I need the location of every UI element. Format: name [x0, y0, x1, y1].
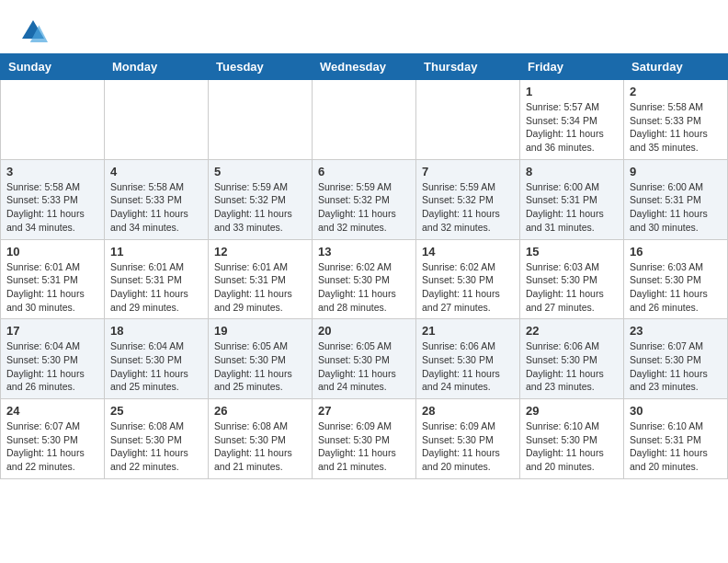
day-number: 27 — [318, 404, 410, 418]
day-info: Sunrise: 6:08 AMSunset: 5:30 PMDaylight:… — [214, 419, 306, 474]
page-header — [0, 0, 728, 53]
day-number: 1 — [526, 85, 618, 98]
day-info: Sunrise: 6:09 AMSunset: 5:30 PMDaylight:… — [318, 419, 410, 474]
day-info: Sunrise: 6:01 AMSunset: 5:31 PMDaylight:… — [110, 260, 202, 315]
calendar-cell — [1, 80, 105, 160]
day-info: Sunrise: 6:00 AMSunset: 5:31 PMDaylight:… — [630, 180, 722, 235]
calendar-cell: 16Sunrise: 6:03 AMSunset: 5:30 PMDayligh… — [624, 239, 728, 319]
day-number: 14 — [422, 245, 514, 259]
calendar-cell: 1Sunrise: 5:57 AMSunset: 5:34 PMDaylight… — [520, 80, 624, 160]
calendar-cell — [416, 80, 520, 160]
day-info: Sunrise: 5:59 AMSunset: 5:32 PMDaylight:… — [214, 180, 306, 235]
day-number: 4 — [110, 165, 202, 178]
calendar-cell: 27Sunrise: 6:09 AMSunset: 5:30 PMDayligh… — [313, 399, 416, 479]
day-info: Sunrise: 6:10 AMSunset: 5:31 PMDaylight:… — [630, 419, 722, 474]
day-number: 15 — [526, 245, 618, 259]
day-number: 20 — [318, 324, 410, 338]
calendar-cell — [105, 80, 209, 160]
day-number: 12 — [214, 245, 306, 259]
day-info: Sunrise: 5:58 AMSunset: 5:33 PMDaylight:… — [110, 180, 202, 235]
calendar-cell: 28Sunrise: 6:09 AMSunset: 5:30 PMDayligh… — [416, 399, 520, 479]
day-info: Sunrise: 6:04 AMSunset: 5:30 PMDaylight:… — [6, 339, 98, 394]
calendar-week-row: 10Sunrise: 6:01 AMSunset: 5:31 PMDayligh… — [1, 239, 728, 319]
calendar-cell: 2Sunrise: 5:58 AMSunset: 5:33 PMDaylight… — [624, 80, 728, 160]
day-info: Sunrise: 5:58 AMSunset: 5:33 PMDaylight:… — [6, 180, 98, 235]
day-number: 11 — [110, 245, 202, 259]
calendar-cell: 11Sunrise: 6:01 AMSunset: 5:31 PMDayligh… — [105, 239, 209, 319]
day-number: 25 — [110, 404, 202, 418]
calendar-table: SundayMondayTuesdayWednesdayThursdayFrid… — [0, 53, 728, 479]
calendar-cell — [209, 80, 313, 160]
calendar-cell: 9Sunrise: 6:00 AMSunset: 5:31 PMDaylight… — [624, 159, 728, 239]
day-number: 22 — [526, 324, 618, 338]
day-info: Sunrise: 6:04 AMSunset: 5:30 PMDaylight:… — [110, 339, 202, 394]
calendar-cell: 21Sunrise: 6:06 AMSunset: 5:30 PMDayligh… — [416, 319, 520, 399]
weekday-header-tuesday: Tuesday — [209, 54, 313, 80]
day-info: Sunrise: 6:06 AMSunset: 5:30 PMDaylight:… — [526, 339, 618, 394]
day-info: Sunrise: 6:03 AMSunset: 5:30 PMDaylight:… — [630, 260, 722, 315]
calendar-cell: 19Sunrise: 6:05 AMSunset: 5:30 PMDayligh… — [209, 319, 313, 399]
calendar-cell: 12Sunrise: 6:01 AMSunset: 5:31 PMDayligh… — [209, 239, 313, 319]
day-number: 2 — [630, 85, 722, 98]
day-info: Sunrise: 5:59 AMSunset: 5:32 PMDaylight:… — [422, 180, 514, 235]
day-number: 13 — [318, 245, 410, 259]
day-number: 30 — [630, 404, 722, 418]
calendar-cell: 25Sunrise: 6:08 AMSunset: 5:30 PMDayligh… — [105, 399, 209, 479]
calendar-cell: 8Sunrise: 6:00 AMSunset: 5:31 PMDaylight… — [520, 159, 624, 239]
weekday-header-friday: Friday — [520, 54, 624, 80]
day-number: 10 — [6, 245, 98, 259]
calendar-cell: 23Sunrise: 6:07 AMSunset: 5:30 PMDayligh… — [624, 319, 728, 399]
day-info: Sunrise: 6:03 AMSunset: 5:30 PMDaylight:… — [526, 260, 618, 315]
day-number: 24 — [6, 404, 98, 418]
weekday-header-row: SundayMondayTuesdayWednesdayThursdayFrid… — [1, 54, 728, 80]
calendar-week-row: 3Sunrise: 5:58 AMSunset: 5:33 PMDaylight… — [1, 159, 728, 239]
day-number: 16 — [630, 245, 722, 259]
day-number: 29 — [526, 404, 618, 418]
weekday-header-saturday: Saturday — [624, 54, 728, 80]
calendar-cell: 10Sunrise: 6:01 AMSunset: 5:31 PMDayligh… — [1, 239, 105, 319]
calendar-cell: 18Sunrise: 6:04 AMSunset: 5:30 PMDayligh… — [105, 319, 209, 399]
day-info: Sunrise: 6:05 AMSunset: 5:30 PMDaylight:… — [318, 339, 410, 394]
day-number: 19 — [214, 324, 306, 338]
day-info: Sunrise: 5:57 AMSunset: 5:34 PMDaylight:… — [526, 100, 618, 155]
day-number: 23 — [630, 324, 722, 338]
calendar-week-row: 17Sunrise: 6:04 AMSunset: 5:30 PMDayligh… — [1, 319, 728, 399]
calendar-cell: 17Sunrise: 6:04 AMSunset: 5:30 PMDayligh… — [1, 319, 105, 399]
calendar-cell: 15Sunrise: 6:03 AMSunset: 5:30 PMDayligh… — [520, 239, 624, 319]
day-info: Sunrise: 6:07 AMSunset: 5:30 PMDaylight:… — [6, 419, 98, 474]
day-number: 17 — [6, 324, 98, 338]
day-number: 8 — [526, 165, 618, 178]
calendar-cell: 4Sunrise: 5:58 AMSunset: 5:33 PMDaylight… — [105, 159, 209, 239]
day-number: 5 — [214, 165, 306, 178]
day-number: 26 — [214, 404, 306, 418]
day-info: Sunrise: 6:08 AMSunset: 5:30 PMDaylight:… — [110, 419, 202, 474]
calendar-cell: 5Sunrise: 5:59 AMSunset: 5:32 PMDaylight… — [209, 159, 313, 239]
day-number: 21 — [422, 324, 514, 338]
calendar-cell: 30Sunrise: 6:10 AMSunset: 5:31 PMDayligh… — [624, 399, 728, 479]
weekday-header-monday: Monday — [105, 54, 209, 80]
weekday-header-sunday: Sunday — [1, 54, 105, 80]
day-info: Sunrise: 6:07 AMSunset: 5:30 PMDaylight:… — [630, 339, 722, 394]
calendar-cell: 29Sunrise: 6:10 AMSunset: 5:30 PMDayligh… — [520, 399, 624, 479]
day-number: 7 — [422, 165, 514, 178]
day-info: Sunrise: 6:02 AMSunset: 5:30 PMDaylight:… — [318, 260, 410, 315]
day-info: Sunrise: 6:02 AMSunset: 5:30 PMDaylight:… — [422, 260, 514, 315]
calendar-cell: 20Sunrise: 6:05 AMSunset: 5:30 PMDayligh… — [313, 319, 416, 399]
calendar-cell: 7Sunrise: 5:59 AMSunset: 5:32 PMDaylight… — [416, 159, 520, 239]
day-info: Sunrise: 5:59 AMSunset: 5:32 PMDaylight:… — [318, 180, 410, 235]
day-info: Sunrise: 6:05 AMSunset: 5:30 PMDaylight:… — [214, 339, 306, 394]
day-info: Sunrise: 6:10 AMSunset: 5:30 PMDaylight:… — [526, 419, 618, 474]
calendar-cell: 22Sunrise: 6:06 AMSunset: 5:30 PMDayligh… — [520, 319, 624, 399]
calendar-cell: 13Sunrise: 6:02 AMSunset: 5:30 PMDayligh… — [313, 239, 416, 319]
logo — [18, 17, 51, 46]
calendar-cell: 26Sunrise: 6:08 AMSunset: 5:30 PMDayligh… — [209, 399, 313, 479]
calendar-week-row: 1Sunrise: 5:57 AMSunset: 5:34 PMDaylight… — [1, 80, 728, 160]
calendar-cell: 6Sunrise: 5:59 AMSunset: 5:32 PMDaylight… — [313, 159, 416, 239]
day-info: Sunrise: 6:01 AMSunset: 5:31 PMDaylight:… — [214, 260, 306, 315]
day-number: 3 — [6, 165, 98, 178]
day-info: Sunrise: 6:00 AMSunset: 5:31 PMDaylight:… — [526, 180, 618, 235]
day-number: 18 — [110, 324, 202, 338]
day-info: Sunrise: 6:01 AMSunset: 5:31 PMDaylight:… — [6, 260, 98, 315]
day-info: Sunrise: 5:58 AMSunset: 5:33 PMDaylight:… — [630, 100, 722, 155]
day-number: 28 — [422, 404, 514, 418]
